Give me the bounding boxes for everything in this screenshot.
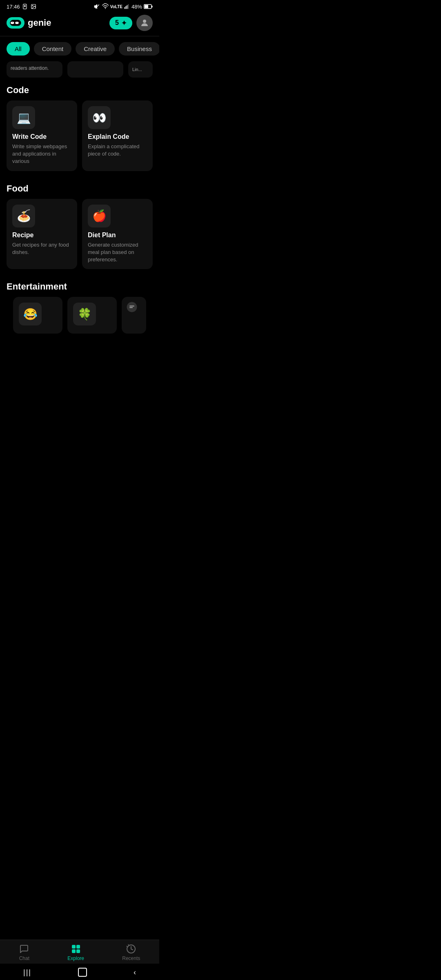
food-section-title: Food	[7, 183, 153, 194]
food-cards-row: 🍝 Recipe Get recipes for any food dishes…	[7, 199, 153, 270]
user-avatar[interactable]	[136, 15, 153, 31]
entertainment-section: Entertainment 😂 🍀	[0, 276, 159, 334]
entertainment-section-title: Entertainment	[7, 281, 153, 292]
recipe-icon-wrap: 🍝	[12, 205, 35, 227]
header-actions: 5 ✦	[109, 15, 153, 31]
wifi-icon	[102, 3, 109, 10]
apple-icon: 🍎	[92, 209, 107, 223]
clover-icon: 🍀	[78, 307, 92, 321]
entertainment-card-1[interactable]: 😂	[13, 297, 62, 334]
write-code-card[interactable]: 💻 Write Code Write simple webpages and a…	[7, 100, 77, 171]
status-bar: 17:46 VoLTE 48%	[0, 0, 159, 11]
diet-plan-card[interactable]: 🍎 Diet Plan Generate customized meal pla…	[82, 199, 153, 270]
pasta-icon: 🍝	[17, 209, 31, 223]
app-header: genie 5 ✦	[0, 11, 159, 36]
chat-bubble-partial-icon	[126, 301, 138, 313]
diet-plan-icon-wrap: 🍎	[88, 205, 111, 227]
write-code-desc: Write simple webpages and applications i…	[12, 143, 71, 165]
filter-tabs: All Content Creative Business	[0, 36, 159, 61]
filter-tab-content[interactable]: Content	[34, 42, 72, 56]
status-icons: VoLTE 48%	[94, 3, 153, 10]
explain-code-desc: Explain a complicated piece of code.	[88, 143, 147, 158]
diet-plan-desc: Generate customized meal plan based on p…	[88, 241, 147, 264]
avatar-icon	[140, 18, 149, 28]
food-section: Food 🍝 Recipe Get recipes for any food d…	[0, 178, 159, 270]
logo-text: genie	[28, 18, 51, 28]
explain-code-icon-wrap: 👀	[88, 106, 111, 129]
svg-rect-17	[17, 22, 17, 22]
partial-top-cards: readers attention. Lin...	[0, 61, 159, 79]
laptop-icon: 💻	[17, 111, 31, 125]
svg-rect-11	[145, 5, 148, 8]
diet-plan-title: Diet Plan	[88, 232, 147, 239]
sim-icon	[22, 4, 28, 9]
svg-rect-12	[151, 6, 152, 8]
sparkle-icon: ✦	[121, 19, 127, 27]
explain-code-title: Explain Code	[88, 133, 147, 140]
entertainment-card-2[interactable]: 🍀	[67, 297, 117, 334]
battery-icon	[144, 4, 153, 9]
clover-icon-wrap: 🍀	[73, 303, 96, 325]
logo-icon	[7, 17, 24, 29]
credits-count: 5	[115, 19, 119, 27]
partial-card-3[interactable]: Lin...	[128, 61, 153, 78]
svg-point-5	[105, 8, 106, 9]
main-content: All Content Creative Business readers at…	[0, 36, 159, 379]
entertainment-cards-partial: 😂 🍀	[7, 297, 153, 334]
entertainment-card-3[interactable]	[122, 297, 146, 334]
image-status-icon	[31, 4, 36, 9]
partial-card-1[interactable]: readers attention.	[7, 61, 62, 78]
volte-indicator: VoLTE	[110, 4, 122, 9]
laugh-icon: 😂	[23, 307, 38, 321]
filter-tab-business[interactable]: Business	[119, 42, 159, 56]
partial-card-3-text: Lin...	[132, 67, 142, 72]
laugh-icon-wrap: 😂	[19, 303, 42, 325]
genie-logo-svg	[10, 20, 21, 26]
signal-icon	[124, 4, 130, 9]
code-section-title: Code	[7, 85, 153, 96]
eyes-icon: 👀	[92, 111, 107, 125]
svg-point-3	[32, 5, 33, 6]
svg-rect-7	[125, 6, 126, 9]
credits-badge[interactable]: 5 ✦	[109, 17, 132, 29]
code-section: Code 💻 Write Code Write simple webpages …	[0, 79, 159, 171]
svg-point-18	[143, 20, 146, 23]
svg-rect-6	[125, 7, 125, 9]
partial-card-text: readers attention.	[11, 65, 49, 71]
recipe-desc: Get recipes for any food dishes.	[12, 241, 71, 256]
svg-point-19	[127, 302, 137, 312]
battery-text: 48%	[131, 4, 142, 10]
write-code-title: Write Code	[12, 133, 71, 140]
write-code-icon-wrap: 💻	[12, 106, 35, 129]
partial-card-2[interactable]	[67, 61, 123, 78]
recipe-card[interactable]: 🍝 Recipe Get recipes for any food dishes…	[7, 199, 77, 270]
filter-tab-creative[interactable]: Creative	[76, 42, 115, 56]
mute-icon	[94, 3, 100, 10]
svg-rect-8	[127, 5, 127, 9]
filter-tab-all[interactable]: All	[7, 42, 30, 56]
svg-rect-9	[128, 4, 129, 9]
svg-rect-16	[12, 22, 13, 22]
explain-code-card[interactable]: 👀 Explain Code Explain a complicated pie…	[82, 100, 153, 171]
svg-rect-1	[24, 5, 26, 7]
code-cards-row: 💻 Write Code Write simple webpages and a…	[7, 100, 153, 171]
recipe-title: Recipe	[12, 232, 71, 239]
status-time: 17:46	[7, 4, 36, 10]
app-logo: genie	[7, 17, 51, 29]
